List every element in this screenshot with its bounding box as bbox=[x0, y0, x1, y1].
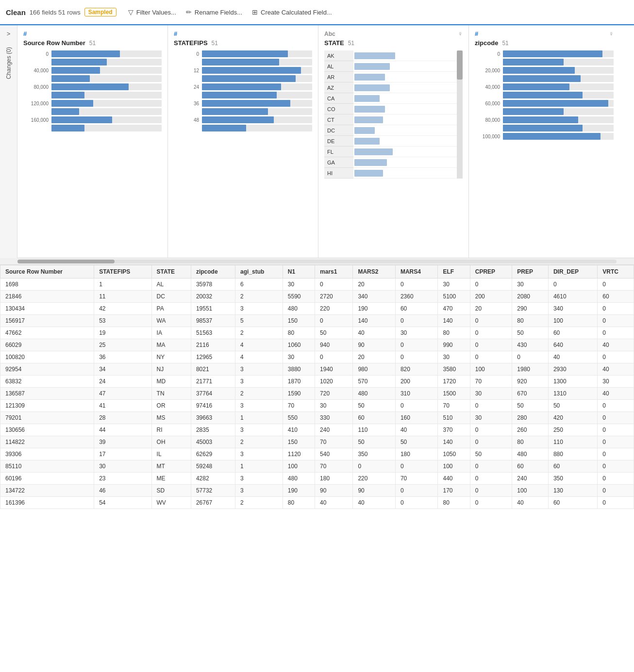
table-cell: 5 bbox=[235, 315, 283, 327]
bar-row: 0 bbox=[475, 50, 614, 57]
table-cell: 30 bbox=[438, 279, 470, 291]
table-cell: 3 bbox=[235, 400, 283, 412]
table-cell: 30 bbox=[283, 351, 315, 363]
table-cell: 70 bbox=[283, 400, 315, 412]
table-cell: 17 bbox=[94, 448, 151, 460]
table-column-header[interactable]: PREP bbox=[512, 265, 549, 279]
table-cell: 50 bbox=[315, 327, 353, 339]
state-bar-row bbox=[353, 157, 457, 168]
table-cell: 60 bbox=[548, 327, 597, 339]
table-column-header[interactable]: mars1 bbox=[315, 265, 353, 279]
table-cell: 260 bbox=[512, 424, 549, 436]
gender-icon-4: ♀ bbox=[609, 30, 614, 37]
rename-icon: ✏ bbox=[186, 8, 192, 16]
top-bar: Clean 166 fields 51 rows Sampled ▽ Filte… bbox=[0, 0, 634, 25]
table-cell: 0 bbox=[395, 497, 438, 509]
scrollbar-track[interactable] bbox=[17, 260, 617, 263]
table-cell: 480 bbox=[353, 388, 396, 400]
table-column-header[interactable]: MARS4 bbox=[395, 265, 438, 279]
state-bar-row bbox=[353, 115, 457, 125]
table-column-header[interactable]: Source Row Number bbox=[0, 265, 94, 279]
bar-track bbox=[202, 125, 312, 131]
table-cell: 5590 bbox=[283, 291, 315, 303]
table-cell: 1870 bbox=[283, 376, 315, 388]
table-column-header[interactable]: ELF bbox=[438, 265, 470, 279]
table-cell: 161396 bbox=[0, 497, 94, 509]
table-cell: 310 bbox=[395, 388, 438, 400]
table-column-header[interactable]: agi_stub bbox=[235, 265, 283, 279]
bar-fill bbox=[51, 83, 129, 90]
table-cell: 3 bbox=[235, 485, 283, 497]
table-cell: 2720 bbox=[315, 291, 353, 303]
table-row: 16139654WV267672804040080040600 bbox=[0, 497, 634, 509]
bar-track bbox=[51, 75, 162, 82]
table-cell: 60 bbox=[548, 497, 597, 509]
table-column-header[interactable]: zipcode bbox=[191, 265, 235, 279]
table-cell: 140 bbox=[353, 315, 396, 327]
table-cell: 480 bbox=[512, 448, 549, 460]
bar-fill bbox=[202, 108, 268, 115]
state-bar-row bbox=[353, 72, 457, 82]
charts-scrollbar[interactable] bbox=[0, 258, 634, 265]
scrollbar-thumb[interactable] bbox=[17, 260, 115, 263]
collapse-arrow[interactable]: > bbox=[7, 30, 11, 37]
table-column-header[interactable]: DIR_DEP bbox=[548, 265, 597, 279]
bar-row bbox=[23, 59, 162, 66]
table-cell: 46 bbox=[94, 485, 151, 497]
table-column-header[interactable]: VRTC bbox=[598, 265, 634, 279]
state-bar-row bbox=[353, 136, 457, 147]
table-cell: IL bbox=[151, 448, 191, 460]
chart-source-row-number: # Source Row Number 51 040,00080,000120,… bbox=[17, 25, 168, 258]
table-cell: 0 bbox=[470, 473, 512, 485]
create-calculated-field-button[interactable]: ⊞ Create Calculated Field... bbox=[252, 8, 332, 16]
state-scroll[interactable] bbox=[457, 50, 463, 179]
table-cell: 240 bbox=[315, 424, 353, 436]
table-cell: 50 bbox=[512, 327, 549, 339]
table-row: 4766219IA5156328050403080050600 bbox=[0, 327, 634, 339]
table-column-header[interactable]: CPREP bbox=[470, 265, 512, 279]
table-column-header[interactable]: N1 bbox=[283, 265, 315, 279]
table-cell: 41 bbox=[94, 400, 151, 412]
table-cell: 28 bbox=[94, 412, 151, 424]
table-cell: 480 bbox=[283, 303, 315, 315]
table-cell: 40 bbox=[598, 388, 634, 400]
bar-row bbox=[174, 92, 312, 98]
table-cell: 1590 bbox=[283, 388, 315, 400]
table-cell: 0 bbox=[598, 460, 634, 473]
bar-label: 160,000 bbox=[23, 117, 49, 123]
rename-fields-button[interactable]: ✏ Rename Fields... bbox=[186, 8, 242, 16]
table-cell: 8021 bbox=[191, 363, 235, 376]
bar-label: 0 bbox=[475, 51, 500, 57]
table-cell: NJ bbox=[151, 363, 191, 376]
table-cell: 200 bbox=[395, 376, 438, 388]
table-cell: 1 bbox=[235, 412, 283, 424]
state-name-item: CO bbox=[324, 104, 353, 115]
table-column-header[interactable]: STATEFIPS bbox=[94, 265, 151, 279]
table-cell: 0 bbox=[470, 424, 512, 436]
data-table-wrapper[interactable]: Source Row NumberSTATEFIPSSTATEzipcodeag… bbox=[0, 265, 634, 509]
table-column-header[interactable]: STATE bbox=[151, 265, 191, 279]
bar-row bbox=[174, 125, 312, 131]
chart-title-row-4: zipcode 51 bbox=[475, 39, 614, 47]
state-scroll-thumb[interactable] bbox=[457, 50, 463, 80]
table-column-header[interactable]: MARS2 bbox=[353, 265, 396, 279]
table-cell: 40 bbox=[512, 497, 549, 509]
table-cell: 80 bbox=[438, 327, 470, 339]
table-cell: 0 bbox=[598, 497, 634, 509]
fields-rows-label: 166 fields 51 rows bbox=[30, 9, 81, 16]
table-cell: 100 bbox=[512, 485, 549, 497]
table-cell: 250 bbox=[548, 424, 597, 436]
table-cell: 0 bbox=[598, 351, 634, 363]
bar-fill bbox=[51, 67, 100, 74]
state-bar-fill bbox=[354, 116, 383, 123]
bar-track bbox=[202, 59, 312, 66]
table-cell: 0 bbox=[395, 351, 438, 363]
bar-fill bbox=[202, 75, 296, 82]
table-cell: 60196 bbox=[0, 473, 94, 485]
bar-track bbox=[503, 133, 614, 140]
table-cell: 1 bbox=[94, 279, 151, 291]
table-cell: 2080 bbox=[512, 291, 549, 303]
table-cell: 0 bbox=[598, 279, 634, 291]
table-cell: 170 bbox=[438, 485, 470, 497]
filter-values-button[interactable]: ▽ Filter Values... bbox=[128, 8, 176, 16]
